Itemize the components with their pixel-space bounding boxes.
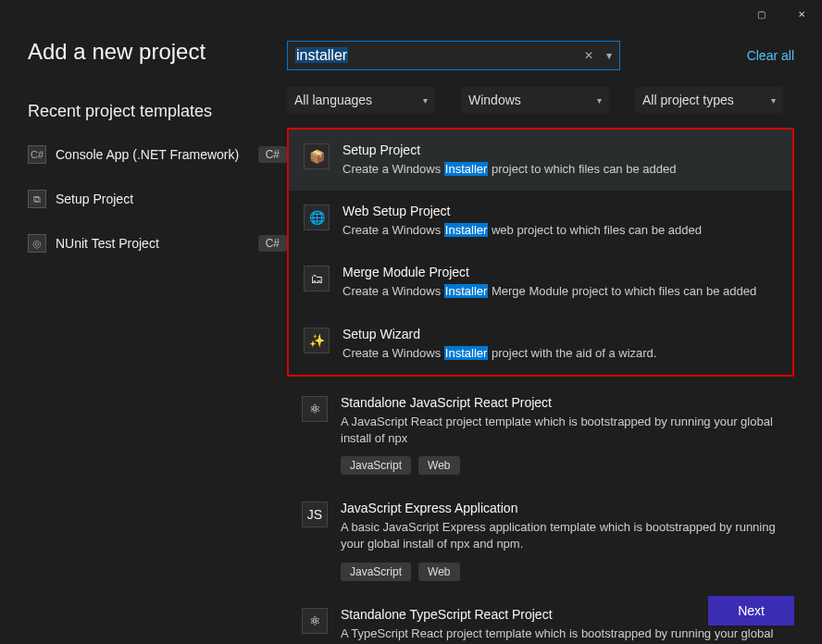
project-template[interactable]: JSJavaScript Express ApplicationA basic … [287,488,794,593]
project-template[interactable]: ⚛Standalone JavaScript React ProjectA Ja… [287,382,794,488]
chevron-down-icon: ▾ [423,95,428,105]
template-icon: ◎ [28,234,46,253]
language-filter-label: All languages [294,93,372,107]
template-description: Create a Windows Installer Merge Module … [342,283,778,300]
template-icon: ⚛ [302,395,328,423]
language-tag: C# [258,146,287,163]
template-icon: 🌐 [304,204,330,231]
project-template[interactable]: 🌐Web Setup ProjectCreate a Windows Insta… [289,191,792,252]
project-template[interactable]: ✨Setup WizardCreate a Windows Installer … [289,314,792,375]
recent-heading: Recent project templates [28,102,287,121]
template-description: A JavaScript React project template whic… [341,414,779,447]
maximize-button[interactable]: ▢ [741,0,781,28]
recent-template-item[interactable]: C#Console App (.NET Framework)C# [28,140,287,169]
platform-filter[interactable]: Windows ▾ [461,87,609,113]
template-title: Setup Wizard [342,327,778,341]
project-template[interactable]: 📦Setup ProjectCreate a Windows Installer… [289,130,792,191]
template-title: Setup Project [342,142,778,157]
next-button[interactable]: Next [708,596,794,625]
recent-template-item[interactable]: ⧉Setup Project [28,184,287,214]
template-tag: JavaScript [341,456,411,475]
template-description: A TypeScript React project template whic… [341,625,779,645]
type-filter-label: All project types [642,93,734,107]
language-filter[interactable]: All languages ▾ [287,87,435,113]
page-title: Add a new project [28,39,287,65]
recent-template-name: Console App (.NET Framework) [56,147,249,163]
template-icon: 📦 [304,142,330,170]
template-title: Standalone JavaScript React Project [341,395,779,410]
template-title: Web Setup Project [342,204,778,218]
template-tag: Web [418,563,459,581]
search-input-container[interactable]: installer ✕ ▾ [287,41,620,70]
template-icon: C# [28,145,46,164]
clear-all-link[interactable]: Clear all [747,48,794,63]
search-input[interactable]: installer [288,47,348,64]
template-description: Create a Windows Installer project to wh… [342,161,778,178]
template-icon: ✨ [304,327,330,354]
chevron-down-icon: ▾ [597,95,602,105]
template-description: Create a Windows Installer project with … [342,345,778,362]
template-icon: 🗂 [304,265,330,292]
recent-template-name: Setup Project [56,192,287,207]
platform-filter-label: Windows [468,93,521,107]
recent-template-name: NUnit Test Project [56,236,249,252]
highlighted-results: 📦Setup ProjectCreate a Windows Installer… [287,128,794,377]
template-description: A basic JavaScript Express application t… [341,519,779,552]
clear-search-icon[interactable]: ✕ [579,49,599,62]
template-tag: JavaScript [341,563,411,581]
project-template[interactable]: 🗂Merge Module ProjectCreate a Windows In… [289,252,792,313]
close-button[interactable]: ✕ [781,0,822,28]
search-dropdown-icon[interactable]: ▾ [599,49,619,62]
template-title: JavaScript Express Application [341,501,779,515]
recent-template-item[interactable]: ◎NUnit Test ProjectC# [28,229,287,258]
language-tag: C# [258,235,287,252]
template-icon: ⧉ [28,190,46,208]
template-icon: JS [302,501,328,528]
template-icon: ⚛ [302,607,328,635]
template-tag: Web [418,456,459,475]
chevron-down-icon: ▾ [771,95,776,105]
template-title: Merge Module Project [342,265,778,279]
type-filter[interactable]: All project types ▾ [635,87,783,113]
titlebar: ▢ ✕ [0,0,822,28]
template-description: Create a Windows Installer web project t… [342,222,778,239]
